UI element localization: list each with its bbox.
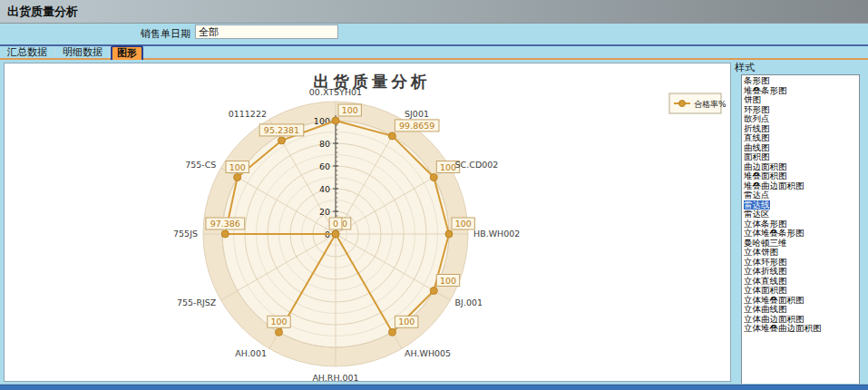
- value-label: 100: [342, 105, 358, 115]
- style-list-item[interactable]: 立体堆叠条形图: [742, 229, 859, 239]
- chart-panel: 02040608010010099.8659100100100100010009…: [4, 63, 731, 382]
- style-list-item[interactable]: 堆叠面积图: [742, 171, 859, 181]
- value-label: 100: [440, 162, 456, 172]
- category-label: SC.CD002: [455, 160, 499, 170]
- style-list-item[interactable]: 立体曲线图: [742, 305, 859, 315]
- tab-0[interactable]: 汇总数据: [0, 46, 55, 58]
- axis-tick-label: 80: [319, 139, 330, 149]
- style-list-item[interactable]: 雷达区: [742, 210, 859, 219]
- category-label: AH.RH.001: [312, 373, 358, 381]
- category-label: 755-CS: [185, 160, 216, 170]
- chart-legend[interactable]: 合格率%: [669, 93, 727, 113]
- value-label: 95.2381: [264, 125, 299, 135]
- value-label: 0: [333, 219, 338, 229]
- date-filter-input[interactable]: [195, 24, 338, 39]
- radar-data-point[interactable]: [278, 137, 286, 144]
- axis-tick-label: 20: [319, 207, 330, 217]
- style-list-item[interactable]: 直线图: [742, 133, 859, 143]
- radar-data-point[interactable]: [430, 288, 437, 295]
- style-list-item[interactable]: 立体面积图: [742, 286, 859, 296]
- value-label: 100: [455, 219, 472, 229]
- value-label: 99.8659: [399, 121, 434, 131]
- category-label: BJ.001: [455, 297, 483, 307]
- tab-2-active[interactable]: 图形: [111, 45, 143, 60]
- style-list-item[interactable]: 饼图: [742, 95, 859, 105]
- category-label: 755-RJSZ: [177, 297, 217, 307]
- radar-data-point[interactable]: [389, 328, 396, 336]
- value-label: 100: [440, 276, 456, 286]
- style-listbox[interactable]: 条形图堆叠条形图饼图环形图散列点折线图直线图曲线图面积图曲边面积图堆叠面积图堆叠…: [741, 74, 860, 385]
- window-title: 出货质量分析: [7, 4, 78, 20]
- radar-data-point[interactable]: [221, 230, 229, 238]
- radar-data-point[interactable]: [332, 230, 339, 238]
- radar-data-point[interactable]: [445, 230, 453, 238]
- radar-data-point[interactable]: [276, 328, 283, 336]
- style-list-item[interactable]: 立体折线图: [742, 267, 859, 277]
- style-list-item[interactable]: 面积图: [742, 152, 859, 162]
- category-label: AH.WH005: [405, 348, 451, 358]
- style-list-item[interactable]: 立体堆叠曲边面积图: [742, 324, 859, 334]
- bottom-status-bar: [0, 385, 868, 390]
- legend-dot-icon: [679, 101, 686, 107]
- value-label: 0: [342, 219, 347, 229]
- chart-title: 出货质量分析: [314, 73, 431, 91]
- style-list-item[interactable]: 雷达点: [742, 190, 859, 200]
- value-label: 100: [398, 317, 414, 327]
- axis-tick-label: 60: [319, 161, 330, 171]
- radar-data-point[interactable]: [388, 132, 395, 140]
- category-label: HB.WH002: [473, 229, 520, 239]
- style-list-item[interactable]: 散列点: [742, 114, 859, 124]
- category-label: AH.001: [235, 348, 267, 358]
- axis-tick-label: 40: [319, 184, 330, 194]
- style-panel-title: 样式: [735, 61, 755, 74]
- tab-1[interactable]: 明细数据: [55, 46, 111, 58]
- legend-label: 合格率%: [694, 100, 727, 109]
- category-label: 755JS: [173, 229, 198, 239]
- value-label: 100: [229, 162, 246, 172]
- filter-row: 销售单日期: [0, 24, 868, 44]
- window-titlebar: 出货质量分析: [0, 0, 868, 24]
- radar-data-point[interactable]: [234, 174, 241, 181]
- radar-data-point[interactable]: [332, 117, 339, 124]
- radar-data-point[interactable]: [430, 174, 437, 181]
- tab-strip: 汇总数据明细数据图形: [0, 44, 868, 60]
- category-label: SJ001: [405, 109, 429, 119]
- value-label: 100: [270, 317, 287, 327]
- style-list-item[interactable]: 立体饼图: [742, 248, 859, 258]
- radar-chart: 02040608010010099.8659100100100100010009…: [5, 63, 730, 381]
- date-filter-label: 销售单日期: [54, 27, 190, 41]
- value-label: 97.386: [210, 219, 240, 229]
- category-label: 0111222: [229, 109, 267, 119]
- style-list-item[interactable]: 条形图: [742, 76, 859, 86]
